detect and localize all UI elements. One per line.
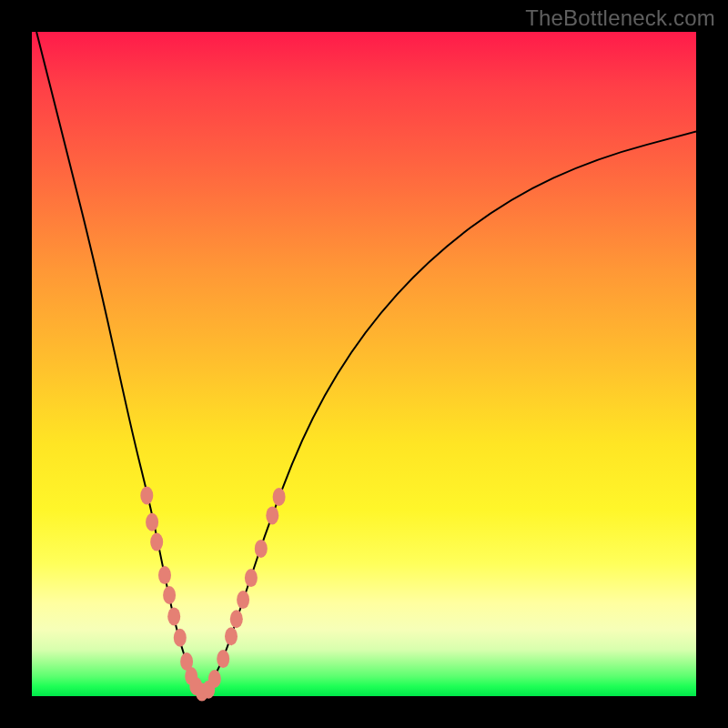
chart-frame: TheBottleneck.com [0, 0, 728, 728]
curve-marker [163, 586, 176, 604]
bottleneck-curve [36, 32, 696, 690]
plot-area [32, 32, 696, 696]
bottleneck-curve-svg [32, 32, 696, 696]
curve-marker [273, 488, 286, 506]
curve-marker [208, 670, 221, 688]
curve-marker [255, 540, 268, 558]
curve-marker [174, 629, 187, 647]
curve-marker [146, 513, 158, 531]
curve-marker [245, 569, 258, 587]
curve-marker [237, 591, 249, 609]
watermark-text: TheBottleneck.com [525, 5, 715, 31]
curve-marker [266, 506, 278, 524]
curve-marker [230, 610, 243, 628]
curve-marker [225, 627, 238, 645]
marker-group [140, 487, 285, 702]
curve-marker [140, 487, 153, 505]
curve-marker [217, 650, 229, 668]
curve-marker [167, 607, 180, 625]
curve-marker [150, 533, 163, 551]
curve-marker [158, 566, 171, 584]
